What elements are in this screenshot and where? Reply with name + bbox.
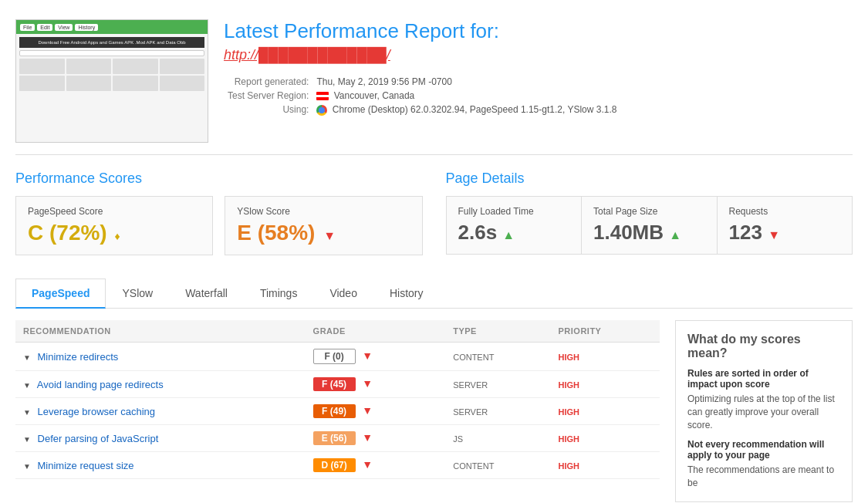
grade-badge: F (45) xyxy=(313,377,356,391)
row-toggle-icon[interactable]: ▼ xyxy=(23,408,31,417)
grade-arrow-icon: ▼ xyxy=(362,377,373,390)
fully-loaded-arrow-icon: ▲ xyxy=(502,228,515,241)
scores-section: Performance Scores PageSpeed Score C (72… xyxy=(15,155,853,263)
pagespeed-label: PageSpeed Score xyxy=(28,206,201,217)
type-value: CONTENT xyxy=(453,461,494,471)
grade-arrow-icon: ▼ xyxy=(362,404,373,417)
grade-cell: E (56) ▼ xyxy=(306,425,446,452)
row-toggle-icon[interactable]: ▼ xyxy=(23,381,31,390)
grade-arrow-icon: ▼ xyxy=(362,431,373,444)
type-value: SERVER xyxy=(453,407,488,417)
total-size-arrow-icon: ▲ xyxy=(669,228,681,241)
content-area: RECOMMENDATION GRADE TYPE PRIORITY ▼ Min… xyxy=(15,320,853,502)
sidebar-subhead2: Not every recommendation will apply to y… xyxy=(687,439,840,461)
type-value: CONTENT xyxy=(453,353,494,362)
grade-badge: F (0) xyxy=(313,349,356,364)
requests-label: Requests xyxy=(729,206,841,217)
rec-link[interactable]: Minimize request size xyxy=(38,460,134,471)
sidebar-title: What do my scores mean? xyxy=(687,333,840,360)
table-row: ▼ Leverage browser caching F (49) ▼ SERV… xyxy=(15,398,660,425)
table-row: ▼ Defer parsing of JavaScript E (56) ▼ J… xyxy=(15,425,660,452)
priority-value: HIGH xyxy=(559,380,580,390)
row-toggle-icon[interactable]: ▼ xyxy=(23,353,31,362)
type-cell: SERVER xyxy=(445,398,550,425)
tab-history[interactable]: History xyxy=(373,279,440,309)
yslow-value: E (58%) ▼ xyxy=(237,221,410,245)
rec-link[interactable]: Avoid landing page redirects xyxy=(37,379,164,390)
grade-cell: D (67) ▼ xyxy=(306,452,446,479)
rec-link[interactable]: Defer parsing of JavaScript xyxy=(38,433,159,444)
col-grade: GRADE xyxy=(306,320,446,343)
tab-pagespeed[interactable]: PageSpeed xyxy=(15,279,106,309)
priority-cell: HIGH xyxy=(551,452,660,479)
pagespeed-score-box: PageSpeed Score C (72%) ♦ xyxy=(15,196,213,255)
priority-value: HIGH xyxy=(559,461,580,471)
tabs-bar: PageSpeed YSlow Waterfall Timings Video … xyxy=(15,279,853,308)
rec-link[interactable]: Minimize redirects xyxy=(38,351,119,363)
col-priority: PRIORITY xyxy=(551,320,660,343)
table-row: ▼ Minimize redirects F (0) ▼ CONTENT HIG… xyxy=(15,343,660,371)
sidebar-subhead1: Rules are sorted in order of impact upon… xyxy=(687,368,840,390)
scores-info-sidebar: What do my scores mean? Rules are sorted… xyxy=(675,320,853,502)
performance-scores-title: Performance Scores xyxy=(15,170,423,187)
tab-waterfall[interactable]: Waterfall xyxy=(169,279,244,309)
page-details: Page Details Fully Loaded Time 2.6s ▲ To… xyxy=(446,170,853,255)
type-cell: CONTENT xyxy=(445,343,550,371)
tab-video[interactable]: Video xyxy=(313,279,373,309)
screenshot-thumbnail: FileEditViewHistory Download Free Androi… xyxy=(15,19,208,143)
table-row: ▼ Avoid landing page redirects F (45) ▼ … xyxy=(15,371,660,398)
col-recommendation: RECOMMENDATION xyxy=(15,320,306,343)
priority-value: HIGH xyxy=(559,434,580,444)
requests-arrow-icon: ▼ xyxy=(768,228,780,241)
tab-yslow[interactable]: YSlow xyxy=(106,279,169,309)
report-url: http://█████████████/ xyxy=(224,47,853,63)
grade-badge: E (56) xyxy=(313,431,356,445)
yslow-arrow-down-icon: ▼ xyxy=(323,229,336,242)
requests-box: Requests 123 ▼ xyxy=(718,197,853,254)
header-meta: Report generated: Thu, May 2, 2019 9:56 … xyxy=(224,75,853,117)
priority-value: HIGH xyxy=(559,353,580,362)
page-details-boxes: Fully Loaded Time 2.6s ▲ Total Page Size… xyxy=(446,196,853,255)
table-row: ▼ Minimize request size D (67) ▼ CONTENT… xyxy=(15,452,660,479)
type-cell: JS xyxy=(445,425,550,452)
rec-cell: ▼ Defer parsing of JavaScript xyxy=(15,425,306,452)
grade-badge: F (49) xyxy=(313,404,356,418)
tab-timings[interactable]: Timings xyxy=(244,279,314,309)
priority-cell: HIGH xyxy=(551,398,660,425)
col-type: TYPE xyxy=(445,320,550,343)
type-value: JS xyxy=(453,434,463,444)
report-generated-value: Thu, May 2, 2019 9:56 PM -0700 xyxy=(312,75,620,89)
grade-badge: D (67) xyxy=(313,458,356,472)
row-toggle-icon[interactable]: ▼ xyxy=(23,435,31,444)
pagespeed-diamond-icon: ♦ xyxy=(114,230,120,242)
recommendations-table: RECOMMENDATION GRADE TYPE PRIORITY ▼ Min… xyxy=(15,320,660,479)
using-label: Using: xyxy=(224,103,312,117)
rec-link[interactable]: Leverage browser caching xyxy=(38,406,155,417)
test-server-value: Vancouver, Canada xyxy=(312,89,620,103)
tabs-section: PageSpeed YSlow Waterfall Timings Video … xyxy=(15,279,853,309)
grade-cell: F (0) ▼ xyxy=(306,343,446,371)
header-section: FileEditViewHistory Download Free Androi… xyxy=(15,8,853,155)
rec-cell: ▼ Avoid landing page redirects xyxy=(15,371,306,398)
recommendations-table-area: RECOMMENDATION GRADE TYPE PRIORITY ▼ Min… xyxy=(15,320,660,502)
scores-boxes: PageSpeed Score C (72%) ♦ YSlow Score E … xyxy=(15,196,423,255)
fully-loaded-box: Fully Loaded Time 2.6s ▲ xyxy=(447,197,583,254)
grade-arrow-icon: ▼ xyxy=(362,458,373,471)
page-details-title: Page Details xyxy=(446,170,853,187)
priority-cell: HIGH xyxy=(551,343,660,371)
sidebar-text1: Optimizing rules at the top of the list … xyxy=(687,393,840,431)
total-size-value: 1.40MB ▲ xyxy=(593,221,705,245)
fully-loaded-label: Fully Loaded Time xyxy=(458,206,570,217)
priority-value: HIGH xyxy=(559,407,580,417)
performance-scores: Performance Scores PageSpeed Score C (72… xyxy=(15,170,423,255)
row-toggle-icon[interactable]: ▼ xyxy=(23,462,31,471)
using-value: Chrome (Desktop) 62.0.3202.94, PageSpeed… xyxy=(312,103,620,117)
fully-loaded-value: 2.6s ▲ xyxy=(458,221,570,245)
total-size-label: Total Page Size xyxy=(593,206,705,217)
chrome-icon xyxy=(316,105,327,116)
report-generated-label: Report generated: xyxy=(224,75,312,89)
yslow-score-box: YSlow Score E (58%) ▼ xyxy=(225,196,422,255)
rec-cell: ▼ Minimize redirects xyxy=(15,343,306,371)
type-cell: SERVER xyxy=(445,371,550,398)
pagespeed-value: C (72%) ♦ xyxy=(28,221,201,245)
